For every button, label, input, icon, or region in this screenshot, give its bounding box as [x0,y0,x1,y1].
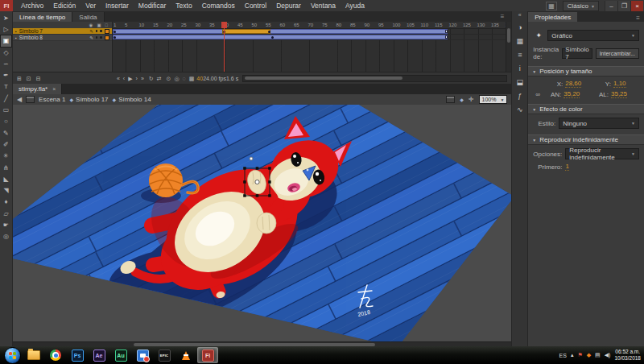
show-hide-icon[interactable]: ◉ [89,23,93,27]
timeline-horizontal-scrollbar[interactable] [242,75,507,82]
taskbar-chrome[interactable] [45,347,66,363]
onion-outline-icon[interactable]: ◌ [183,76,186,81]
tray-app-icon[interactable]: ◆ [587,352,591,358]
link-width-height-icon[interactable]: ∞ [533,91,543,98]
lock-icon[interactable]: ▣ [97,23,101,27]
color-panel-icon[interactable]: ◑ [513,20,526,34]
keyframe-dot[interactable] [114,36,116,39]
taskbar-explorer[interactable] [23,347,44,363]
loop-options-select[interactable]: Reproducir indefinidamente ▼ [565,148,639,159]
free-transform-tool[interactable]: ▣ [1,35,11,47]
workspace-icon[interactable]: ▦ [546,2,557,10]
first-frame-value[interactable]: 1 [565,163,568,171]
taskbar-flash-active[interactable]: Fl [197,347,218,363]
instance-name-field[interactable]: Símbolo 7 [562,48,592,59]
close-document-icon[interactable]: × [52,86,56,92]
rectangle-tool[interactable]: ▭ [1,104,11,115]
filters-panel-icon[interactable]: ƒ [513,89,526,102]
line-tool[interactable]: ╱ [1,93,11,104]
oval-tool[interactable]: ○ [1,116,11,127]
outline-icon[interactable]: □ [105,23,108,27]
ink-bottle-tool[interactable]: ◥ [1,184,11,196]
expand-panels-icon[interactable]: « [518,12,522,20]
layer-outline-swatch[interactable] [105,35,109,40]
layer-outline-swatch[interactable] [105,29,109,34]
loop-range-icon[interactable]: ⇄ [157,76,162,82]
eraser-tool[interactable]: ▱ [1,208,11,219]
menu-ventana[interactable]: Ventana [311,2,336,10]
text-tool[interactable]: T [1,81,11,93]
action-center-flag-icon[interactable]: ⚑ [577,352,582,358]
workspace-switcher[interactable]: Clásico ▾ [563,1,599,11]
section-loop[interactable]: ▼ Reproducir indefinidamente [528,134,644,145]
menu-comandos[interactable]: Comandos [202,2,235,10]
timeline-vertical-scrollbar[interactable] [506,22,511,72]
keyframe-dot[interactable] [271,36,274,39]
volume-icon[interactable]: ◀) [605,352,611,358]
stage-canvas[interactable]: 2018 [13,105,511,341]
x-value[interactable]: 28,60 [565,80,581,88]
bone-tool[interactable]: ⋔ [1,162,11,173]
tab-linea-de-tiempo[interactable]: Línea de tiempo [13,12,72,22]
selection-tool[interactable]: ➤ [1,12,11,23]
menu-depurar[interactable]: Depurar [276,2,301,10]
step-back-icon[interactable]: ‹ [123,76,125,81]
pencil-tool[interactable]: ✎ [1,127,11,139]
motion-editor-panel-icon[interactable]: ∿ [513,102,526,116]
center-frame-icon[interactable]: ⊙ [167,76,171,82]
taskbar-audition[interactable]: Au [110,347,131,363]
deco-tool[interactable]: ✳ [1,151,11,162]
taskbar-photoshop[interactable]: Ps [67,347,88,363]
breadcrumb-symbol-17[interactable]: ◆ Símbolo 17 [69,96,108,103]
eyedropper-tool[interactable]: ♦ [1,196,11,208]
menu-insertar[interactable]: Insertar [105,2,129,10]
menu-texto[interactable]: Texto [175,2,192,10]
new-folder-icon[interactable]: ⊡ [27,76,31,82]
menu-ayuda[interactable]: Ayuda [345,2,365,10]
tab-salida[interactable]: Salida [72,12,104,22]
new-layer-icon[interactable]: ⊞ [17,76,22,82]
breadcrumb-symbol-14[interactable]: ◆ Símbolo 14 [113,96,151,103]
section-color-effect[interactable]: ▼ Efecto de color [528,104,644,114]
subselection-tool[interactable]: ▷ [1,23,11,35]
frame-rate-value[interactable]: 24.00 fps [203,76,226,81]
onion-skin-icon[interactable]: ◎ [174,76,179,82]
swap-symbol-button[interactable]: Intercambiar... [596,48,639,59]
frames-area[interactable]: 1510152025303540455055606570758085909510… [113,22,506,72]
layer-row[interactable]: ▪ Símbolo 7 ✎ [13,28,112,35]
height-value[interactable]: 35,25 [611,90,627,98]
clock[interactable]: 06:52 a.m. 10/03/2018 [614,349,641,362]
display-icon[interactable]: ▤ [595,352,601,358]
start-button[interactable] [2,347,23,363]
taskbar-screen-recorder[interactable] [132,347,153,363]
timeline-panel-menu-icon[interactable]: ≡ [501,13,509,20]
gradient-transform-tool[interactable]: ◇ [1,47,11,58]
tween-span[interactable] [113,29,448,34]
center-stage-icon[interactable]: ✛ [469,96,474,103]
lasso-tool[interactable]: ∽ [1,58,11,69]
paint-bucket-tool[interactable]: ◣ [1,173,11,184]
menu-archivo[interactable]: Archivo [21,2,43,10]
playhead-marker[interactable] [221,22,227,28]
taskbar-epic-games[interactable]: EPIC [154,347,175,363]
breadcrumb-scene[interactable]: Escena 1 [39,96,65,103]
stage-zoom-select[interactable]: 100% ▼ [479,95,508,104]
selected-frames[interactable] [222,29,270,34]
taskbar-aftereffects[interactable]: Ae [89,347,109,363]
show-hidden-icons[interactable]: ▴ [571,352,574,358]
menu-edicion[interactable]: Edición [53,2,76,10]
layer-row[interactable]: ▪ Símbolo 8 ✎ [13,35,112,41]
delete-layer-icon[interactable]: ⊟ [36,76,41,82]
info-panel-icon[interactable]: i [513,61,526,75]
pen-tool[interactable]: ✒ [1,69,11,81]
current-frame-value[interactable]: 40 [196,76,203,81]
step-forward-icon[interactable]: › [136,76,138,81]
color-style-select[interactable]: Ninguno ▼ [559,118,639,129]
brush-tool[interactable]: ✐ [1,139,11,150]
zoom-tool[interactable]: ◎ [1,231,11,242]
stage[interactable]: 2018 [13,105,511,341]
edit-symbol-icon[interactable]: ◆ [460,97,464,102]
play-icon[interactable]: ▶ [128,76,132,82]
back-arrow-icon[interactable]: ◀ [17,96,22,103]
document-tab[interactable]: stimpy.fla* × [13,84,62,94]
